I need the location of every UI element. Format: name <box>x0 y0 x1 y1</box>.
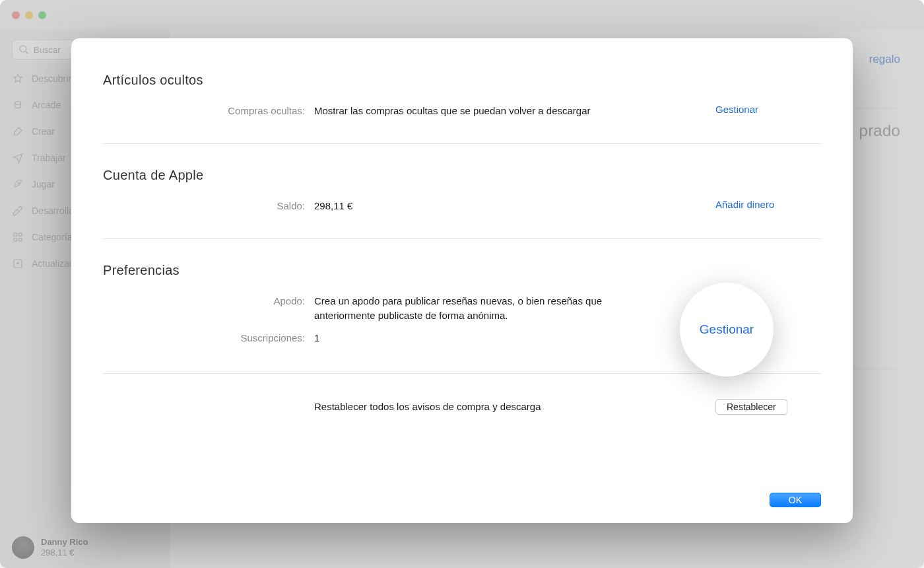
reset-button[interactable]: Restablecer <box>715 399 787 415</box>
hidden-purchases-desc: Mostrar las compras ocultas que se pueda… <box>314 104 715 118</box>
hidden-purchases-label: Compras ocultas: <box>103 104 314 118</box>
ok-button[interactable]: OK <box>770 493 821 507</box>
row-reset-alerts: Restablecer todos los avisos de compra y… <box>103 398 821 415</box>
nickname-desc: Crea un apodo para publicar reseñas nuev… <box>314 294 715 323</box>
section-preferences-title: Preferencias <box>103 263 821 278</box>
divider <box>103 238 821 239</box>
subscriptions-value: 1 <box>314 331 715 345</box>
add-funds-link[interactable]: Añadir dinero <box>715 199 774 210</box>
divider <box>103 143 821 144</box>
balance-label: Saldo: <box>103 199 314 213</box>
row-balance: Saldo: 298,11 € Añadir dinero <box>103 195 821 217</box>
account-modal: Artículos ocultos Compras ocultas: Mostr… <box>71 38 853 523</box>
app-window: Buscar Descubrir Arcade Crear Trabajar J… <box>0 0 924 568</box>
modal-footer: OK <box>770 494 821 506</box>
nickname-label: Apodo: <box>103 294 314 308</box>
manage-hidden-link[interactable]: Gestionar <box>715 104 758 115</box>
section-hidden-items-title: Artículos ocultos <box>103 73 821 88</box>
section-apple-account-title: Cuenta de Apple <box>103 168 821 183</box>
balance-value: 298,11 € <box>314 199 715 213</box>
reset-desc: Restablecer todos los avisos de compra y… <box>314 400 715 414</box>
subscriptions-label: Suscripciones: <box>103 331 314 345</box>
manage-subscriptions-link[interactable]: Gestionar <box>700 322 754 337</box>
row-hidden-purchases: Compras ocultas: Mostrar las compras ocu… <box>103 100 821 122</box>
highlight-lens: Gestionar <box>680 283 774 376</box>
